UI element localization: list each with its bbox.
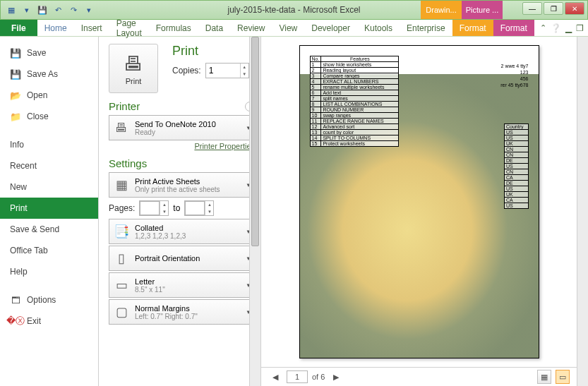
excel-icon[interactable]: ▦ [5, 4, 18, 16]
chevron-down-icon[interactable]: ▼ [240, 71, 248, 78]
copies-label: Copies: [172, 66, 201, 76]
window-buttons: — ❐ ✕ [522, 2, 584, 15]
prev-page-button[interactable]: ◀ [268, 370, 282, 384]
picture-tools-header: Picture ... [462, 1, 503, 19]
folder-open-icon: 📂 [10, 90, 21, 101]
printer-properties-link[interactable]: Printer Properties [109, 142, 255, 150]
tab-view[interactable]: View [272, 20, 304, 36]
minimize-ribbon-icon[interactable]: ⌃ [540, 23, 546, 32]
copies-spinner[interactable]: ▲▼ [205, 63, 249, 78]
save-icon: 💾 [10, 47, 21, 59]
save-icon[interactable]: 💾 [36, 4, 49, 16]
preview-table: No.Features 1show hide worksheets2Readin… [310, 56, 400, 147]
save-as-icon: 💾 [10, 68, 21, 80]
window-title: july-2015-kte-data - Microsoft Excel [227, 5, 360, 15]
printer-icon: 🖶 [124, 52, 143, 76]
pages-range: Pages: ▲▼ to ▲▼ [109, 200, 255, 216]
preview-side-text: 2 wwe 4 tty7123456rer 45 tty678 [500, 63, 528, 88]
file-info[interactable]: Info [0, 134, 98, 155]
workbook-minimize-icon[interactable]: ▁ [565, 23, 572, 33]
print-preview-pane: No.Features 1show hide worksheets2Readin… [261, 37, 577, 386]
print-heading: Print [172, 44, 249, 59]
help-icon[interactable]: ❔ [551, 23, 561, 33]
pages-from[interactable]: ▲▼ [139, 200, 169, 216]
tab-kutools[interactable]: Kutools [357, 20, 400, 36]
collate-icon: 📑 [112, 222, 131, 241]
paper-size-select[interactable]: ▭ Letter8.5" x 11" ▼ [109, 272, 255, 298]
exit-icon: �ⓧ [10, 315, 21, 327]
close-button[interactable]: ✕ [565, 2, 584, 15]
file-close[interactable]: 📁Close [0, 106, 98, 127]
file-exit[interactable]: �ⓧExit [0, 310, 98, 332]
tab-format-drawing[interactable]: Format [452, 20, 493, 36]
tab-formulas[interactable]: Formulas [149, 20, 198, 36]
contextual-tab-headers: Drawin... Picture ... [421, 1, 503, 19]
copies-input[interactable] [206, 64, 240, 77]
file-menu: 💾Save 💾Save As 📂Open 📁Close Info Recent … [0, 37, 99, 386]
tab-page-layout[interactable]: Page Layout [109, 20, 149, 36]
drawing-tools-header: Drawin... [421, 1, 462, 19]
tab-developer[interactable]: Developer [304, 20, 357, 36]
preview-footer: ◀ 1 of 6 ▶ ▦ ▭ [261, 367, 577, 386]
page-total: of 6 [312, 373, 325, 381]
file-options[interactable]: 🗔Options [0, 289, 98, 310]
zoom-to-page-button[interactable]: ▭ [556, 370, 570, 384]
show-margins-button[interactable]: ▦ [537, 370, 551, 384]
dropdown-icon[interactable]: ▾ [20, 4, 33, 16]
tab-data[interactable]: Data [198, 20, 230, 36]
maximize-button[interactable]: ❐ [544, 2, 563, 15]
preview-page: No.Features 1show hide worksheets2Readin… [299, 45, 539, 358]
file-new[interactable]: New [0, 176, 98, 198]
orientation-select[interactable]: ▯ Portrait Orientation ▼ [109, 246, 255, 271]
file-save[interactable]: 💾Save [0, 42, 98, 64]
page-number[interactable]: 1 [287, 370, 308, 383]
workbook-restore-icon[interactable]: ❐ [576, 23, 584, 33]
qat-more-icon[interactable]: ▾ [83, 4, 95, 16]
tab-enterprise[interactable]: Enterprise [400, 20, 452, 36]
printer-heading: Printeri [109, 100, 255, 112]
file-save-as[interactable]: 💾Save As [0, 64, 98, 85]
redo-icon[interactable]: ↷ [67, 4, 80, 16]
file-office-tab[interactable]: Office Tab [0, 240, 98, 261]
settings-scrollbar[interactable] [249, 37, 260, 386]
undo-icon[interactable]: ↶ [52, 4, 64, 16]
next-page-button[interactable]: ▶ [329, 370, 343, 384]
quick-access-toolbar: ▦ ▾ 💾 ↶ ↷ ▾ [1, 4, 95, 16]
preview-scrollbar[interactable] [577, 37, 588, 386]
file-open[interactable]: 📂Open [0, 85, 98, 106]
title-bar: ▦ ▾ 💾 ↶ ↷ ▾ july-2015-kte-data - Microso… [0, 0, 588, 20]
options-icon: 🗔 [10, 294, 21, 306]
scrollbar-thumb[interactable] [251, 37, 259, 246]
page-icon: ▭ [112, 276, 131, 294]
tab-format-picture[interactable]: Format [493, 20, 534, 36]
collate-select[interactable]: 📑 Collated1,2,3 1,2,3 1,2,3 ▼ [109, 219, 255, 244]
file-recent[interactable]: Recent [0, 155, 98, 176]
print-settings-pane: 🖶 Print Print Copies: ▲▼ Printeri 🖶 Send… [99, 37, 261, 386]
printer-select[interactable]: 🖶 Send To OneNote 2010Ready ▼ [109, 115, 255, 140]
sheets-icon: ▦ [112, 176, 131, 194]
chevron-up-icon[interactable]: ▲ [240, 64, 248, 71]
print-scope-select[interactable]: ▦ Print Active SheetsOnly print the acti… [109, 172, 255, 198]
backstage-view: 💾Save 💾Save As 📂Open 📁Close Info Recent … [0, 37, 588, 386]
tab-insert[interactable]: Insert [74, 20, 109, 36]
tab-review[interactable]: Review [230, 20, 272, 36]
tab-home[interactable]: Home [37, 20, 74, 36]
preview-area: No.Features 1show hide worksheets2Readin… [261, 37, 577, 367]
printer-ready-icon: 🖶 [112, 119, 131, 137]
preview-country-table: Country USUSUKCNCNDEUSCNCADEUSUKCAUS [504, 123, 529, 209]
pages-to[interactable]: ▲▼ [184, 200, 214, 216]
portrait-icon: ▯ [112, 249, 131, 267]
minimize-button[interactable]: — [522, 2, 542, 15]
settings-heading: Settings [109, 157, 255, 169]
ribbon-tabs: File Home Insert Page Layout Formulas Da… [0, 20, 588, 37]
margins-icon: ▢ [112, 303, 131, 321]
file-help[interactable]: Help [0, 261, 98, 282]
folder-icon: 📁 [10, 111, 21, 122]
print-button[interactable]: 🖶 Print [109, 44, 158, 93]
file-tab[interactable]: File [0, 20, 37, 36]
file-print[interactable]: Print [0, 198, 98, 219]
file-save-send[interactable]: Save & Send [0, 219, 98, 240]
margins-select[interactable]: ▢ Normal MarginsLeft: 0.7" Right: 0.7" ▼ [109, 299, 255, 325]
ribbon-right-controls: ⌃ ❔ ▁ ❐ ✕ [534, 23, 588, 33]
